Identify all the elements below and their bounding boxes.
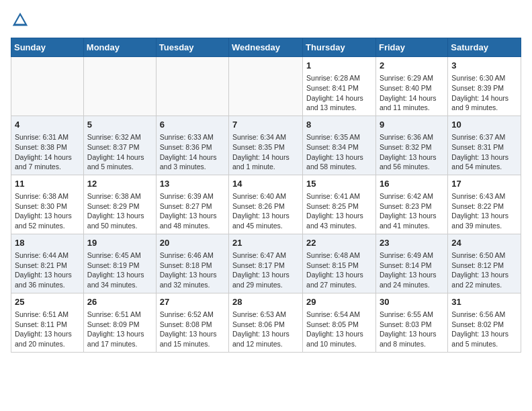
calendar-week-row: 1Sunrise: 6:28 AM Sunset: 8:41 PM Daylig… (11, 57, 521, 116)
logo (11, 11, 32, 30)
day-info: Sunrise: 6:38 AM Sunset: 8:29 PM Dayligh… (87, 191, 152, 231)
calendar-day-20: 20Sunrise: 6:46 AM Sunset: 8:18 PM Dayli… (156, 234, 228, 293)
day-info: Sunrise: 6:38 AM Sunset: 8:30 PM Dayligh… (15, 191, 80, 231)
calendar-week-row: 18Sunrise: 6:44 AM Sunset: 8:21 PM Dayli… (11, 234, 521, 293)
day-info: Sunrise: 6:28 AM Sunset: 8:41 PM Dayligh… (306, 73, 372, 113)
day-number: 1 (306, 60, 372, 72)
calendar-day-10: 10Sunrise: 6:37 AM Sunset: 8:31 PM Dayli… (448, 116, 521, 175)
day-number: 14 (232, 178, 299, 190)
day-info: Sunrise: 6:42 AM Sunset: 8:23 PM Dayligh… (380, 191, 444, 231)
day-number: 13 (160, 178, 225, 190)
weekday-header-tuesday: Tuesday (156, 38, 228, 57)
day-number: 3 (451, 60, 517, 72)
page-header (11, 11, 521, 30)
calendar-day-22: 22Sunrise: 6:48 AM Sunset: 8:15 PM Dayli… (303, 234, 376, 293)
calendar-empty-cell (156, 57, 228, 116)
calendar-day-23: 23Sunrise: 6:49 AM Sunset: 8:14 PM Dayli… (375, 234, 447, 293)
calendar-day-14: 14Sunrise: 6:40 AM Sunset: 8:26 PM Dayli… (229, 175, 303, 234)
day-number: 9 (380, 119, 444, 131)
weekday-header-sunday: Sunday (11, 38, 84, 57)
day-info: Sunrise: 6:44 AM Sunset: 8:21 PM Dayligh… (15, 250, 80, 290)
day-number: 7 (232, 119, 299, 131)
day-info: Sunrise: 6:36 AM Sunset: 8:32 PM Dayligh… (380, 132, 444, 172)
day-number: 26 (87, 296, 152, 308)
day-info: Sunrise: 6:52 AM Sunset: 8:08 PM Dayligh… (160, 310, 225, 349)
calendar-day-3: 3Sunrise: 6:30 AM Sunset: 8:39 PM Daylig… (448, 57, 521, 116)
calendar-week-row: 25Sunrise: 6:51 AM Sunset: 8:11 PM Dayli… (11, 293, 521, 352)
day-info: Sunrise: 6:35 AM Sunset: 8:34 PM Dayligh… (306, 132, 372, 172)
day-number: 21 (232, 237, 299, 249)
calendar-day-6: 6Sunrise: 6:33 AM Sunset: 8:36 PM Daylig… (156, 116, 228, 175)
calendar-day-16: 16Sunrise: 6:42 AM Sunset: 8:23 PM Dayli… (375, 175, 447, 234)
day-info: Sunrise: 6:32 AM Sunset: 8:37 PM Dayligh… (87, 132, 152, 172)
calendar-day-4: 4Sunrise: 6:31 AM Sunset: 8:38 PM Daylig… (11, 116, 84, 175)
day-number: 6 (160, 119, 225, 131)
day-info: Sunrise: 6:34 AM Sunset: 8:35 PM Dayligh… (232, 132, 299, 172)
calendar-day-24: 24Sunrise: 6:50 AM Sunset: 8:12 PM Dayli… (448, 234, 521, 293)
calendar-day-8: 8Sunrise: 6:35 AM Sunset: 8:34 PM Daylig… (303, 116, 376, 175)
day-info: Sunrise: 6:43 AM Sunset: 8:22 PM Dayligh… (451, 191, 517, 231)
calendar-week-row: 4Sunrise: 6:31 AM Sunset: 8:38 PM Daylig… (11, 116, 521, 175)
day-info: Sunrise: 6:51 AM Sunset: 8:11 PM Dayligh… (15, 310, 80, 349)
calendar-day-19: 19Sunrise: 6:45 AM Sunset: 8:19 PM Dayli… (83, 234, 156, 293)
day-number: 12 (87, 178, 152, 190)
calendar-empty-cell (83, 57, 156, 116)
day-number: 20 (160, 237, 225, 249)
calendar-day-27: 27Sunrise: 6:52 AM Sunset: 8:08 PM Dayli… (156, 293, 228, 352)
calendar-day-13: 13Sunrise: 6:39 AM Sunset: 8:27 PM Dayli… (156, 175, 228, 234)
weekday-header-thursday: Thursday (303, 38, 376, 57)
calendar-table: SundayMondayTuesdayWednesdayThursdayFrid… (11, 38, 521, 353)
day-number: 29 (306, 296, 372, 308)
calendar-day-29: 29Sunrise: 6:54 AM Sunset: 8:05 PM Dayli… (303, 293, 376, 352)
calendar-day-7: 7Sunrise: 6:34 AM Sunset: 8:35 PM Daylig… (229, 116, 303, 175)
day-info: Sunrise: 6:54 AM Sunset: 8:05 PM Dayligh… (306, 310, 372, 349)
day-number: 10 (451, 119, 517, 131)
day-number: 2 (380, 60, 444, 72)
calendar-day-17: 17Sunrise: 6:43 AM Sunset: 8:22 PM Dayli… (448, 175, 521, 234)
calendar-empty-cell (11, 57, 84, 116)
day-number: 22 (306, 237, 372, 249)
weekday-header-monday: Monday (83, 38, 156, 57)
day-info: Sunrise: 6:29 AM Sunset: 8:40 PM Dayligh… (380, 73, 444, 113)
day-number: 16 (380, 178, 444, 190)
day-info: Sunrise: 6:37 AM Sunset: 8:31 PM Dayligh… (451, 132, 517, 172)
calendar-day-12: 12Sunrise: 6:38 AM Sunset: 8:29 PM Dayli… (83, 175, 156, 234)
day-info: Sunrise: 6:31 AM Sunset: 8:38 PM Dayligh… (15, 132, 80, 172)
day-info: Sunrise: 6:46 AM Sunset: 8:18 PM Dayligh… (160, 250, 225, 290)
day-number: 19 (87, 237, 152, 249)
day-info: Sunrise: 6:47 AM Sunset: 8:17 PM Dayligh… (232, 250, 299, 290)
day-info: Sunrise: 6:45 AM Sunset: 8:19 PM Dayligh… (87, 250, 152, 290)
day-number: 23 (380, 237, 444, 249)
day-number: 8 (306, 119, 372, 131)
calendar-week-row: 11Sunrise: 6:38 AM Sunset: 8:30 PM Dayli… (11, 175, 521, 234)
day-info: Sunrise: 6:39 AM Sunset: 8:27 PM Dayligh… (160, 191, 225, 231)
day-number: 24 (451, 237, 517, 249)
day-number: 30 (380, 296, 444, 308)
day-info: Sunrise: 6:41 AM Sunset: 8:25 PM Dayligh… (306, 191, 372, 231)
calendar-day-26: 26Sunrise: 6:51 AM Sunset: 8:09 PM Dayli… (83, 293, 156, 352)
day-number: 11 (15, 178, 80, 190)
day-info: Sunrise: 6:51 AM Sunset: 8:09 PM Dayligh… (87, 310, 152, 349)
calendar-day-1: 1Sunrise: 6:28 AM Sunset: 8:41 PM Daylig… (303, 57, 376, 116)
day-number: 18 (15, 237, 80, 249)
day-info: Sunrise: 6:55 AM Sunset: 8:03 PM Dayligh… (380, 310, 444, 349)
day-info: Sunrise: 6:40 AM Sunset: 8:26 PM Dayligh… (232, 191, 299, 231)
day-info: Sunrise: 6:50 AM Sunset: 8:12 PM Dayligh… (451, 250, 517, 290)
day-number: 4 (15, 119, 80, 131)
day-number: 28 (232, 296, 299, 308)
calendar-day-11: 11Sunrise: 6:38 AM Sunset: 8:30 PM Dayli… (11, 175, 84, 234)
day-number: 27 (160, 296, 225, 308)
weekday-header-wednesday: Wednesday (229, 38, 303, 57)
calendar-day-18: 18Sunrise: 6:44 AM Sunset: 8:21 PM Dayli… (11, 234, 84, 293)
day-number: 25 (15, 296, 80, 308)
calendar-day-28: 28Sunrise: 6:53 AM Sunset: 8:06 PM Dayli… (229, 293, 303, 352)
day-number: 17 (451, 178, 517, 190)
day-info: Sunrise: 6:56 AM Sunset: 8:02 PM Dayligh… (451, 310, 517, 349)
day-info: Sunrise: 6:49 AM Sunset: 8:14 PM Dayligh… (380, 250, 444, 290)
logo-icon (11, 11, 30, 30)
calendar-day-30: 30Sunrise: 6:55 AM Sunset: 8:03 PM Dayli… (375, 293, 447, 352)
day-info: Sunrise: 6:53 AM Sunset: 8:06 PM Dayligh… (232, 310, 299, 349)
weekday-header-row: SundayMondayTuesdayWednesdayThursdayFrid… (11, 38, 521, 57)
calendar-day-21: 21Sunrise: 6:47 AM Sunset: 8:17 PM Dayli… (229, 234, 303, 293)
weekday-header-saturday: Saturday (448, 38, 521, 57)
